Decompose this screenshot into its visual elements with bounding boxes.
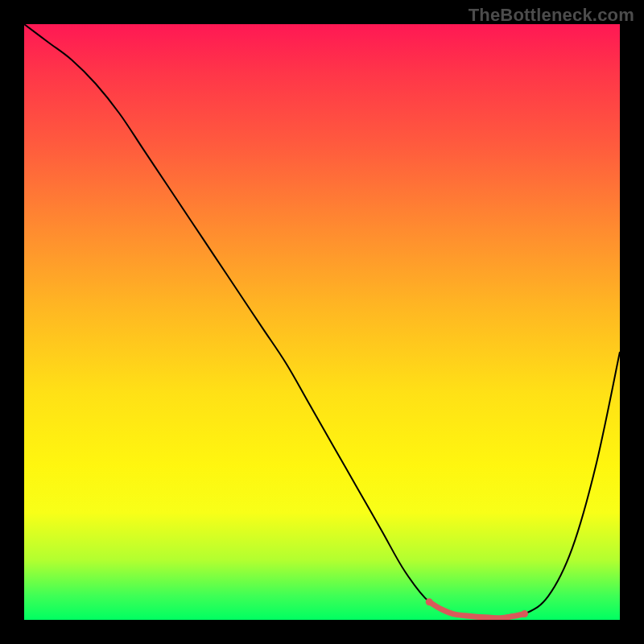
bottleneck-curve (24, 24, 620, 618)
plot-svg (24, 24, 620, 620)
plot-area (24, 24, 620, 620)
watermark-text: TheBottleneck.com (469, 5, 634, 26)
accent-region (429, 602, 524, 618)
chart-container: TheBottleneck.com (0, 0, 644, 644)
accent-endpoint-left (426, 598, 433, 605)
accent-endpoint-right (521, 610, 528, 617)
